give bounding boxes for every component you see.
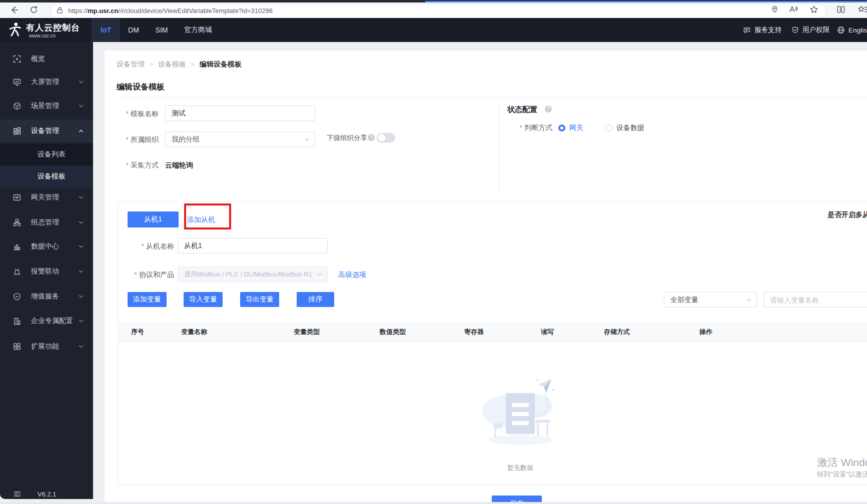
col-storage-method: 存储方式 — [604, 328, 699, 336]
url-text[interactable]: https://mp.usr.cn/#/cloud/device/ViewEdi… — [68, 7, 273, 14]
sidebar-item-overview[interactable]: 概览 — [0, 48, 93, 70]
slave-name-input[interactable] — [178, 238, 328, 254]
permissions-menu[interactable]: 用户权限 — [791, 18, 829, 42]
col-value-type: 数值类型 — [380, 328, 464, 336]
chevron-down-icon — [78, 268, 84, 274]
slave-tab-button[interactable]: 从机1 — [128, 212, 179, 228]
overview-icon — [13, 55, 21, 63]
radio-gateway[interactable] — [558, 124, 565, 132]
favorites-list-icon[interactable] — [857, 5, 867, 14]
back-button[interactable] — [9, 5, 19, 15]
tab-sim[interactable]: SIM — [150, 18, 173, 42]
organization-label: *所属组织 — [117, 136, 159, 144]
slave-name-label: *从机名称 — [125, 242, 174, 251]
col-index: 序号 — [131, 328, 181, 336]
sidebar-item-enterprise-config[interactable]: 企业专属配置 — [0, 310, 93, 332]
lock-icon[interactable] — [57, 6, 63, 14]
favorite-star-icon[interactable] — [809, 5, 818, 14]
export-variable-button[interactable]: 导出变量 — [240, 292, 279, 307]
chevron-down-icon — [304, 136, 310, 142]
chevron-down-icon — [78, 318, 84, 324]
tab-iot[interactable]: IoT — [92, 18, 120, 42]
windows-activation-watermark-line1: 激活 Windows — [817, 456, 867, 470]
protocol-label: *协议和产品 — [125, 270, 174, 280]
radio-device-data[interactable] — [605, 124, 612, 132]
sidebar-item-device-list[interactable]: 设备列表 — [0, 144, 93, 166]
device-grid-icon — [13, 127, 21, 135]
add-variable-button[interactable]: 添加变量 — [128, 292, 167, 307]
template-name-input[interactable] — [165, 106, 315, 121]
logo-subtitle: www.usr.cn — [29, 32, 56, 38]
organization-select[interactable]: 我的分组 — [165, 132, 315, 147]
split-screen-icon[interactable] — [836, 5, 845, 14]
chat-icon — [743, 26, 751, 34]
scene-cube-icon — [13, 102, 21, 110]
tab-official-mall[interactable]: 官方商城 — [178, 18, 218, 42]
org-tree-icon — [13, 218, 21, 226]
support-menu[interactable]: 服务支持 — [743, 18, 781, 42]
sort-button[interactable]: 排序 — [297, 292, 334, 307]
variable-search-input[interactable] — [763, 292, 867, 308]
protocol-select: 通用Modbus / PLC / DL/Modbus/Modbus R1 — [178, 266, 328, 282]
col-variable-type: 变量类型 — [294, 328, 380, 336]
sub-org-share-toggle[interactable] — [377, 133, 395, 142]
usr-logo-icon[interactable] — [6, 21, 24, 39]
bottom-edge-strip — [0, 502, 867, 504]
judge-method-label: *判断方式 — [507, 124, 552, 132]
import-variable-button[interactable]: 导入变量 — [184, 292, 223, 307]
chevron-down-icon — [78, 244, 84, 250]
breadcrumb-current: 编辑设备模板 — [200, 60, 242, 69]
badge-shield-icon — [13, 292, 21, 300]
breadcrumb-device-template[interactable]: 设备模板 — [158, 60, 186, 69]
url-path: /#/cloud/device/ViewEditVariableTemplate… — [118, 7, 272, 14]
url-domain: mp.usr.cn — [88, 7, 118, 14]
sidebar-item-data-center[interactable]: 数据中心 — [0, 235, 93, 258]
read-aloud-icon[interactable] — [788, 5, 798, 14]
breadcrumb-separator: > — [150, 61, 153, 68]
breadcrumb: 设备管理 > 设备模板 > 编辑设备模板 — [117, 60, 242, 69]
col-register: 寄存器 — [464, 328, 541, 336]
radio-device-data-label[interactable]: 设备数据 — [616, 124, 644, 132]
empty-state-illustration — [475, 375, 565, 450]
sidebar-item-gateway-mgmt[interactable]: 网关管理 — [0, 186, 93, 209]
sidebar-item-scene-mgmt[interactable]: 场景管理 — [0, 94, 93, 118]
apps-grid-icon — [13, 342, 21, 350]
chevron-down-icon — [78, 294, 84, 300]
sidebar-item-configuration-mgmt[interactable]: 组态管理 — [0, 211, 93, 234]
sidebar-item-device-mgmt[interactable]: 设备管理 — [0, 120, 93, 142]
language-menu[interactable]: English — [837, 18, 867, 42]
collect-method-label: *采集方式 — [117, 161, 159, 170]
tab-dm[interactable]: DM — [122, 18, 145, 42]
chevron-down-icon — [78, 103, 84, 109]
collapse-menu-icon[interactable] — [13, 490, 22, 498]
help-icon[interactable]: ? — [545, 106, 552, 112]
help-icon[interactable]: ? — [368, 134, 375, 141]
sub-org-share-label: 下级组织分享 — [327, 134, 367, 142]
sidebar-item-screen-mgmt[interactable]: 大屏管理 — [0, 70, 93, 94]
col-actions: 操作 — [699, 328, 749, 336]
chevron-down-icon — [317, 272, 323, 278]
chevron-down-icon — [78, 194, 84, 200]
advanced-options-link[interactable]: 高级选项 — [338, 270, 366, 280]
breadcrumb-device-mgmt[interactable]: 设备管理 — [117, 60, 145, 69]
geolocation-icon[interactable] — [770, 5, 779, 14]
chevron-down-icon — [78, 79, 84, 85]
page-title: 编辑设备模板 — [117, 82, 165, 92]
logo-title[interactable]: 有人云控制台 — [26, 22, 80, 34]
refresh-button[interactable] — [29, 5, 39, 14]
add-slave-link[interactable]: 添加从机 — [187, 216, 215, 224]
windows-activation-watermark-line2: 转到"设置"以激活 Windows。 — [817, 470, 867, 479]
sidebar-item-alarm-linkage[interactable]: 报警联动 — [0, 260, 93, 283]
variable-filter-select[interactable]: 全部变量 — [664, 292, 757, 308]
table-header-row: 序号 变量名称 变量类型 数值类型 寄存器 读写 存储方式 操作 — [118, 322, 867, 342]
form-divider-vertical — [499, 104, 499, 192]
radio-gateway-label[interactable]: 网关 — [569, 124, 583, 132]
sidebar-item-device-template[interactable]: 设备模板 — [0, 166, 93, 188]
sidebar-item-extensions[interactable]: 扩展功能 — [0, 335, 93, 358]
template-name-label: *模板名称 — [117, 110, 159, 118]
chevron-down-icon — [78, 344, 84, 350]
big-screen-icon — [13, 78, 21, 86]
chevron-down-icon — [78, 220, 84, 226]
sidebar-item-value-added-services[interactable]: 增值服务 — [0, 285, 93, 308]
col-read-write: 读写 — [541, 328, 604, 336]
